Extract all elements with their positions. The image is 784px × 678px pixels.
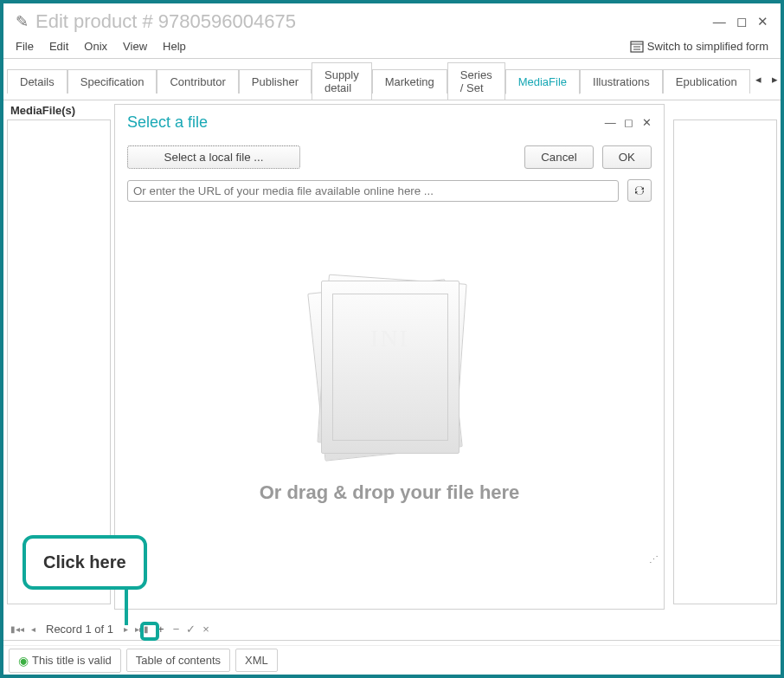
tab-publisher[interactable]: Publisher <box>239 69 312 94</box>
tab-bar: Details Specification Contributor Publis… <box>3 59 781 100</box>
tab-specification[interactable]: Specification <box>67 69 157 94</box>
drop-text: Or drag & drop your file here <box>260 481 520 504</box>
tab-mediafile[interactable]: MediaFile <box>505 69 580 94</box>
xml-button[interactable]: XML <box>235 649 278 672</box>
tab-supply-detail[interactable]: Supply detail <box>312 62 372 100</box>
tab-details[interactable]: Details <box>7 69 67 94</box>
mediafile-label: MediaFile(s) <box>7 100 111 120</box>
callout-connector <box>125 587 128 625</box>
tab-epublication[interactable]: Epublication <box>663 69 750 94</box>
refresh-button[interactable] <box>627 179 652 202</box>
cancel-record-button[interactable]: × <box>202 623 209 636</box>
main-window: ✎ Edit product # 9780596004675 — ◻ ✕ Fil… <box>3 3 781 675</box>
nav-first-button[interactable]: ▮◂◂ <box>9 624 26 634</box>
tab-series-set[interactable]: Series / Set <box>447 62 505 100</box>
minimize-button[interactable]: — <box>713 14 726 29</box>
menu-edit[interactable]: Edit <box>49 40 68 53</box>
tab-contributor[interactable]: Contributor <box>157 69 238 94</box>
select-local-file-button[interactable]: Select a local file ... <box>127 145 300 169</box>
dialog-maximize-button[interactable]: ◻ <box>624 116 633 129</box>
maximize-button[interactable]: ◻ <box>736 14 747 29</box>
validation-status[interactable]: ◉ This title is valid <box>9 649 121 673</box>
table-of-contents-button[interactable]: Table of contents <box>126 649 230 672</box>
nav-next-button[interactable]: ▸ <box>122 624 130 634</box>
tab-scroll-left[interactable]: ◂ <box>750 69 767 89</box>
check-icon: ◉ <box>18 654 29 668</box>
refresh-icon <box>633 184 646 197</box>
dialog-title: Select a file <box>127 113 600 132</box>
status-bar: ◉ This title is valid Table of contents … <box>3 645 781 675</box>
record-position: Record 1 of 1 <box>46 623 113 636</box>
resize-grip[interactable]: ⋰ <box>649 554 659 565</box>
window-title: Edit product # 9780596004675 <box>35 10 706 33</box>
menu-onix[interactable]: Onix <box>84 40 107 53</box>
nav-prev-button[interactable]: ◂ <box>29 624 37 634</box>
menu-help[interactable]: Help <box>163 40 186 53</box>
url-input[interactable] <box>127 180 619 202</box>
switch-simplified-link[interactable]: Switch to simplified form <box>630 40 768 53</box>
menu-file[interactable]: File <box>16 40 34 53</box>
confirm-record-button[interactable]: ✓ <box>186 623 196 636</box>
form-icon <box>630 41 644 53</box>
dialog-close-button[interactable]: ✕ <box>642 116 652 129</box>
drop-area[interactable]: INI Or drag & drop your file here ⋰ <box>115 207 664 571</box>
titlebar: ✎ Edit product # 9780596004675 — ◻ ✕ <box>3 3 781 40</box>
mediafile-section: MediaFile(s) <box>7 100 111 120</box>
page-stack-icon: INI <box>314 274 466 455</box>
content-area: MediaFile(s) Select a file — ◻ ✕ Select … <box>3 100 781 641</box>
tab-marketing[interactable]: Marketing <box>372 69 447 94</box>
tab-scroll-right[interactable]: ▸ <box>767 69 783 89</box>
callout-hint: Click here <box>22 535 147 590</box>
select-file-dialog: Select a file — ◻ ✕ Select a local file … <box>114 104 665 610</box>
preview-box <box>673 119 777 604</box>
callout-target <box>140 622 159 641</box>
remove-record-button[interactable]: − <box>173 623 180 636</box>
menu-view[interactable]: View <box>123 40 147 53</box>
menubar: File Edit Onix View Help Switch to simpl… <box>3 40 781 59</box>
edit-icon: ✎ <box>16 12 29 31</box>
dialog-minimize-button[interactable]: — <box>605 116 616 129</box>
tab-illustrations[interactable]: Illustrations <box>580 69 663 94</box>
mediafile-list[interactable] <box>7 119 111 604</box>
cancel-button[interactable]: Cancel <box>524 145 594 169</box>
record-navigator: ▮◂◂ ◂ Record 1 of 1 ▸ ▸▸▮ + − ✓ × <box>9 622 211 636</box>
ok-button[interactable]: OK <box>602 145 652 169</box>
close-button[interactable]: ✕ <box>757 14 768 29</box>
